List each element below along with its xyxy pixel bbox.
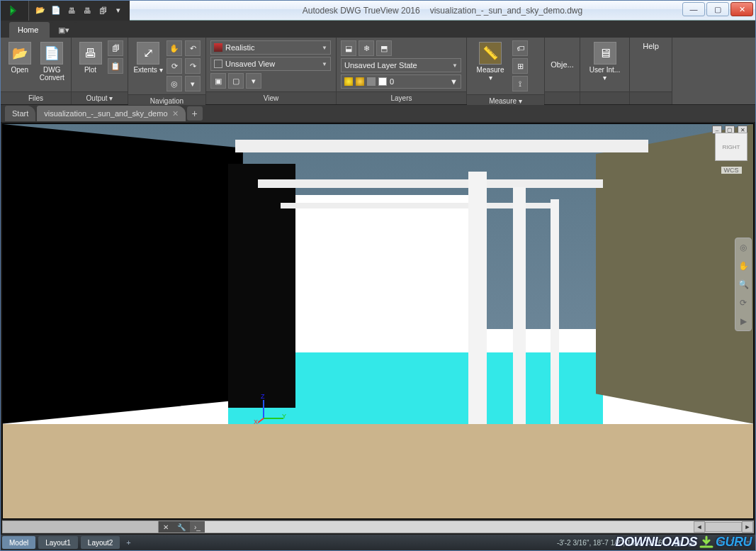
- ucs-gizmo[interactable]: Z Y X: [258, 396, 286, 424]
- title-text: Autodesk DWG TrueView 2016 visualization…: [130, 6, 755, 16]
- panel-layers: ⬓ ❄ ⬒ Unsaved Layer State ▼ 0: [337, 38, 467, 104]
- minimize-button[interactable]: —: [682, 2, 705, 16]
- list-icon[interactable]: 🏷: [512, 40, 528, 56]
- panel-title-layers: Layers: [337, 91, 466, 104]
- qat-print2-icon[interactable]: 🖶: [80, 4, 94, 18]
- ribbon: 📂 Open 📄 DWG Convert Files 🖶 Plot 🗐 📋: [1, 38, 755, 105]
- file-tab-bar: Start visualization_-_sun_and_sky_demo ✕…: [1, 105, 755, 122]
- units-icon[interactable]: ⟟: [512, 76, 528, 91]
- extents-button[interactable]: ⤢ Extents ▾: [132, 40, 164, 74]
- realistic-swatch-icon: [214, 43, 222, 52]
- app-menu-button[interactable]: [1, 1, 29, 21]
- close-button[interactable]: ✕: [730, 2, 753, 16]
- layer-combo[interactable]: 0 ▼: [341, 74, 461, 89]
- ui-icon: 🖥: [594, 42, 616, 65]
- layer-freeze-icon[interactable]: ❄: [359, 40, 374, 56]
- maximize-button[interactable]: ▢: [706, 2, 729, 16]
- panel-obj: Obje...: [545, 38, 580, 104]
- tab-layout1[interactable]: Layout1: [38, 536, 78, 549]
- scroll-right-icon[interactable]: ►: [742, 521, 753, 533]
- status-model-icon[interactable]: ▦: [670, 536, 684, 549]
- bulb-icon: [344, 77, 353, 86]
- layer-off-icon[interactable]: ⬓: [341, 40, 356, 56]
- add-layout-icon[interactable]: +: [121, 536, 135, 549]
- status-bar: Model Layout1 Layout2 + -3'-2 3/16", 18'…: [1, 535, 755, 550]
- viewport-canvas[interactable]: Z Y X – ▢ ✕ RIGHT WCS ◎ ✋ 🔍 ⟳ ▶: [2, 123, 754, 519]
- panel-measure: 📏 Measure▾ 🏷 ⊞ ⟟ Measure ▾: [467, 38, 545, 104]
- back-icon[interactable]: ↶: [185, 40, 201, 56]
- wheel-icon[interactable]: ◎: [737, 241, 750, 254]
- panel-title-view: View: [206, 91, 336, 104]
- app-title: Autodesk DWG TrueView 2016: [303, 6, 420, 16]
- scene-3d: Z Y X: [3, 124, 753, 518]
- status-annoscale-icon[interactable]: ⟟: [699, 536, 713, 549]
- viewcube[interactable]: RIGHT: [715, 133, 747, 161]
- panel-files: 📂 Open 📄 DWG Convert Files: [1, 38, 72, 104]
- convert-icon: 📄: [40, 42, 63, 65]
- view-icon: [214, 60, 222, 68]
- scroll-left-icon[interactable]: ◄: [694, 521, 705, 533]
- open-button[interactable]: 📂 Open: [5, 40, 35, 74]
- status-custom-icon[interactable]: ≡: [741, 536, 755, 549]
- scroll-thumb[interactable]: [705, 522, 742, 532]
- showmotion-icon[interactable]: ▶: [737, 315, 750, 328]
- view-more-icon[interactable]: ▾: [246, 73, 261, 89]
- tab-model[interactable]: Model: [2, 536, 35, 549]
- quick-access-toolbar: 📂 📄 🖶 🖶 🗐 ▾: [29, 1, 130, 21]
- named-view-combo[interactable]: Unsaved View ▼: [210, 57, 331, 71]
- ribbon-tab-row: Home ▣ ▾: [1, 21, 755, 38]
- qat-print-icon[interactable]: 🖶: [64, 4, 79, 18]
- layer-on-icon[interactable]: ⬒: [376, 40, 392, 56]
- printer-icon: 🖶: [79, 42, 102, 65]
- new-tab-button[interactable]: +: [187, 106, 203, 121]
- command-input[interactable]: ›_: [190, 521, 205, 533]
- pan-icon[interactable]: ✋: [167, 40, 182, 56]
- viewcube-area: RIGHT WCS: [712, 127, 750, 175]
- extents-icon: ⤢: [137, 42, 159, 65]
- window-controls: — ▢ ✕: [681, 2, 753, 18]
- zoom-icon[interactable]: 🔍: [737, 278, 750, 291]
- measure-button[interactable]: 📏 Measure▾: [471, 40, 509, 82]
- view-cube-icon[interactable]: ▣: [210, 73, 226, 89]
- orbit-icon[interactable]: ⟳: [167, 58, 182, 74]
- user-interface-button[interactable]: 🖥 User Int...▾: [585, 40, 625, 82]
- forward-icon[interactable]: ↷: [185, 58, 201, 74]
- svg-line-4: [258, 418, 264, 423]
- navigation-bar: ◎ ✋ 🔍 ⟳ ▶: [735, 238, 752, 331]
- plot-button[interactable]: 🖶 Plot: [76, 40, 105, 74]
- qat-open-icon[interactable]: 📂: [33, 4, 47, 18]
- qat-sheet-icon[interactable]: 📄: [49, 4, 63, 18]
- dwg-convert-button[interactable]: 📄 DWG Convert: [38, 40, 67, 82]
- cmd-close-icon[interactable]: ✕: [159, 521, 173, 533]
- status-fullscreen-icon[interactable]: ⛶: [727, 536, 741, 549]
- app-window: 📂 📄 🖶 🖶 🗐 ▾ Autodesk DWG TrueView 2016 v…: [0, 0, 756, 551]
- nav-more-icon[interactable]: ▾: [185, 76, 201, 91]
- pan-hand-icon[interactable]: ✋: [737, 260, 750, 272]
- tab-start[interactable]: Start: [5, 106, 35, 121]
- status-workspace-icon[interactable]: ⚙: [713, 536, 727, 549]
- object-label[interactable]: Obje...: [551, 60, 573, 69]
- steering-icon[interactable]: ◎: [167, 76, 182, 91]
- qat-dropdown-icon[interactable]: ▾: [111, 4, 125, 18]
- sun-icon: [356, 77, 364, 86]
- prompt-icon: ›_: [194, 523, 201, 531]
- qat-publish-icon[interactable]: 🗐: [96, 4, 110, 18]
- command-scroll-bar: ✕ 🔧 ›_ ◄ ►: [2, 521, 754, 533]
- batch-plot-icon[interactable]: 🗐: [108, 40, 123, 56]
- chevron-down-icon: ▼: [322, 45, 327, 51]
- wcs-label[interactable]: WCS: [721, 167, 742, 174]
- tab-extra[interactable]: ▣ ▾: [51, 22, 77, 38]
- status-grid-icon[interactable]: ▤: [684, 536, 699, 549]
- layer-state-combo[interactable]: Unsaved Layer State ▼: [341, 58, 461, 72]
- cmd-wrench-icon[interactable]: 🔧: [173, 521, 190, 533]
- visual-style-combo[interactable]: Realistic ▼: [210, 40, 331, 55]
- view-single-icon[interactable]: ▢: [228, 73, 244, 89]
- id-icon[interactable]: ⊞: [512, 58, 528, 74]
- help-label[interactable]: Help: [643, 42, 659, 50]
- tab-document[interactable]: visualization_-_sun_and_sky_demo ✕: [37, 106, 185, 121]
- tab-layout2[interactable]: Layout2: [81, 536, 120, 549]
- close-tab-icon[interactable]: ✕: [172, 109, 179, 118]
- orbit-nav-icon[interactable]: ⟳: [737, 296, 750, 309]
- page-setup-icon[interactable]: 📋: [108, 58, 123, 74]
- tab-home[interactable]: Home: [9, 22, 50, 38]
